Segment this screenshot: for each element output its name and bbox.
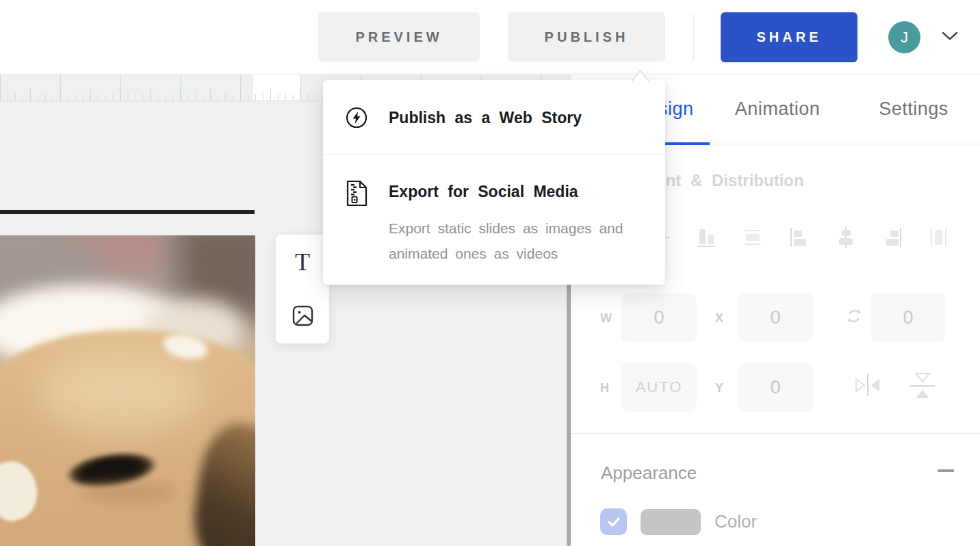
color-enabled-checkbox[interactable]	[600, 508, 627, 535]
x-label: X	[715, 311, 723, 326]
align-horizontal-center-icon[interactable]	[834, 224, 858, 250]
collapse-minus-icon[interactable]	[938, 469, 954, 472]
topbar-divider	[693, 14, 694, 60]
height-label: H	[600, 381, 609, 395]
align-bottom-icon[interactable]	[694, 224, 719, 250]
top-bar: PREVIEW PUBLISH SHARE J	[0, 0, 980, 75]
distribute-horizontal-center-icon[interactable]	[927, 224, 951, 250]
rotation-input[interactable]	[871, 293, 946, 342]
element-toolbar	[276, 235, 329, 343]
checkmark-icon	[607, 516, 621, 528]
share-button[interactable]: SHARE	[721, 12, 858, 62]
tab-settings[interactable]: Settings	[871, 74, 956, 144]
menu-item-description: Export static slides as images and anima…	[389, 216, 642, 266]
height-input[interactable]	[621, 363, 697, 412]
color-swatch[interactable]	[641, 509, 701, 535]
menu-item-title: Export for Social Media	[389, 183, 578, 201]
y-input[interactable]	[738, 363, 813, 412]
image-tool-icon	[292, 305, 313, 326]
appearance-section-title: Appearance	[601, 463, 697, 484]
app-window: Design Animation Settings Alignment & Di…	[0, 0, 980, 546]
ruler-highlight-segment	[253, 74, 300, 101]
image-tool-button[interactable]	[276, 289, 329, 341]
color-label: Color	[714, 511, 757, 532]
canvas-dog-image[interactable]	[0, 235, 255, 546]
alignment-buttons-row	[647, 224, 951, 250]
photo-dog-fur-highlight	[38, 350, 205, 434]
dropdown-caret	[631, 68, 649, 81]
canvas-line-element[interactable]	[0, 210, 255, 214]
publish-dropdown-menu: Publish as a Web Story Export for Social…	[323, 80, 665, 285]
align-right-icon[interactable]	[880, 224, 905, 250]
align-left-icon[interactable]	[787, 224, 812, 250]
tab-animation[interactable]: Animation	[727, 74, 827, 144]
chevron-down-icon[interactable]	[940, 30, 959, 42]
avatar-initial: J	[901, 29, 908, 47]
publish-button[interactable]: PUBLISH	[508, 12, 665, 62]
menu-item-title: Publish as a Web Story	[389, 109, 582, 127]
text-tool-icon	[295, 248, 310, 276]
zip-file-icon	[346, 180, 368, 207]
width-input[interactable]	[621, 293, 697, 342]
panel-section-divider	[571, 433, 980, 434]
amp-lightning-icon	[346, 107, 368, 129]
photo-dog-eye-shadow	[81, 483, 178, 502]
flip-horizontal-icon[interactable]	[853, 372, 882, 399]
avatar[interactable]: J	[888, 21, 920, 53]
preview-button[interactable]: PREVIEW	[318, 12, 480, 62]
flip-vertical-icon[interactable]	[907, 370, 938, 402]
rotation-icon	[847, 309, 862, 324]
distribute-vertical-center-icon[interactable]	[740, 224, 765, 250]
y-label: Y	[715, 381, 723, 395]
text-tool-button[interactable]	[276, 236, 329, 288]
width-label: W	[600, 311, 612, 326]
x-input[interactable]	[738, 293, 813, 342]
